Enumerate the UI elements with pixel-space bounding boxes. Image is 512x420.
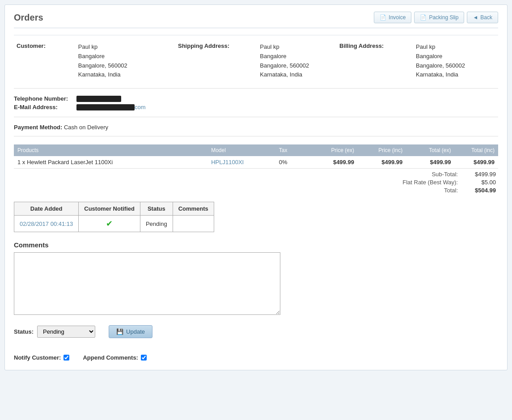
invoice-button[interactable]: 📄 Invoice [374,12,411,23]
model-link[interactable]: HPLJ1100XI [211,159,244,165]
history-comments [173,216,214,232]
comments-title: Comments [14,241,498,249]
shipping-row: Flat Rate (Best Way): $5.00 [14,179,496,186]
status-row: Status: Pending Processing Shipped Compl… [14,326,95,338]
notify-checkbox[interactable] [63,355,69,361]
col-total-ex: Total (ex) [406,144,454,156]
update-button[interactable]: 💾 Update [109,325,152,338]
customer-label: Customer: [15,42,76,81]
append-label: Append Comments: [83,354,138,361]
billing-block: Billing Address: Paul kp Bangalore Banga… [337,41,498,81]
notify-row: Notify Customer: [14,354,69,361]
total-label: Total: [444,187,458,194]
payment-label: Payment Method: [14,124,62,131]
col-price-inc: Price (inc) [358,144,406,156]
telephone-row: Telephone Number: [14,95,498,102]
product-model: HPLJ1100XI [207,156,275,169]
col-price-ex: Price (ex) [309,144,358,156]
history-section: Date Added Customer Notified Status Comm… [14,202,498,232]
append-row: Append Comments: [83,354,147,361]
back-button[interactable]: ◄ Back [467,12,498,23]
comments-textarea[interactable] [14,252,280,315]
shipping-label: Shipping Address: [176,42,257,81]
history-col-comments: Comments [173,202,214,216]
subtotal-label: Sub-Total: [432,171,458,178]
product-price-ex: $499.99 [309,156,358,169]
telephone-label: Telephone Number: [14,95,76,102]
contact-section: Telephone Number: E-Mail Address: com [14,95,498,117]
email-link[interactable]: com [135,104,146,110]
billing-label: Billing Address: [338,42,413,81]
comments-section: Comments [14,241,498,316]
history-col-date: Date Added [14,202,79,216]
info-section: Customer: Paul kp Bangalore Bangalore, 5… [14,41,498,89]
footer-controls: Status: Pending Processing Shipped Compl… [14,325,498,361]
customer-address: Paul kp Bangalore Bangalore, 560002 Karn… [78,42,173,80]
telephone-redacted [76,96,121,102]
products-table: Products Model Tax Price (ex) Price (inc… [14,144,498,169]
product-price-inc: $499.99 [358,156,406,169]
product-name: 1 x Hewlett Packard LaserJet 1100Xi [14,156,207,169]
status-select[interactable]: Pending Processing Shipped Complete Canc… [37,326,95,338]
shipping-value: $5.00 [465,179,496,186]
packing-slip-icon: 📄 [420,14,427,21]
history-notified: ✔ [79,216,140,232]
packing-slip-button[interactable]: 📄 Packing Slip [414,12,464,23]
invoice-icon: 📄 [380,14,386,21]
history-row: 02/28/2017 00:41:13 ✔ Pending [14,216,214,232]
col-total-inc: Total (inc) [455,144,499,156]
col-tax: Tax [275,144,309,156]
status-label: Status: [14,328,34,335]
history-status: Pending [140,216,173,232]
payment-section: Payment Method: Cash on Delivery [14,124,498,136]
billing-address: Paul kp Bangalore Bangalore, 560002 Karn… [416,42,495,80]
back-icon: ◄ [473,14,478,21]
product-row: 1 x Hewlett Packard LaserJet 1100Xi HPLJ… [14,156,498,169]
payment-value: Cash on Delivery [64,124,108,131]
checkmark-icon: ✔ [106,219,113,228]
notify-label: Notify Customer: [14,354,61,361]
append-checkbox[interactable] [141,355,147,361]
history-col-status: Status [140,202,173,216]
history-date: 02/28/2017 00:41:13 [14,216,79,232]
email-row: E-Mail Address: com [14,104,498,110]
col-products: Products [14,144,207,156]
email-label: E-Mail Address: [14,104,76,110]
total-row: Total: $504.99 [14,187,496,194]
product-total-inc: $499.99 [455,156,499,169]
update-icon: 💾 [116,328,123,335]
subtotal-value: $499.99 [465,171,496,178]
email-redacted [76,104,135,110]
shipping-block: Shipping Address: Paul kp Bangalore Bang… [175,41,337,81]
shipping-address: Paul kp Bangalore Bangalore, 560002 Karn… [260,42,334,80]
product-total-ex: $499.99 [406,156,454,169]
history-col-notified: Customer Notified [79,202,140,216]
shipping-label: Flat Rate (Best Way): [402,179,458,186]
header-buttons: 📄 Invoice 📄 Packing Slip ◄ Back [374,12,498,23]
totals-section: Sub-Total: $499.99 Flat Rate (Best Way):… [14,171,498,194]
products-section: Products Model Tax Price (ex) Price (inc… [14,144,498,169]
product-tax: 0% [275,156,309,169]
history-table: Date Added Customer Notified Status Comm… [14,202,214,232]
subtotal-row: Sub-Total: $499.99 [14,171,496,178]
total-value: $504.99 [465,187,496,194]
col-model: Model [207,144,275,156]
customer-block: Customer: Paul kp Bangalore Bangalore, 5… [14,41,175,81]
page-title: Orders [14,13,43,23]
